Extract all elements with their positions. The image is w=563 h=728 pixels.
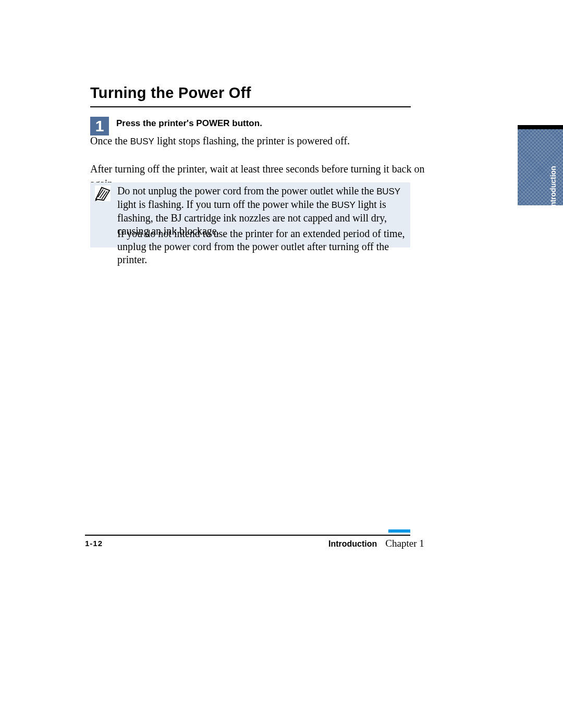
footer-page-number: 1-12: [85, 539, 103, 548]
keyword-busy: BUSY: [376, 187, 400, 196]
side-tab-label: Introduction: [549, 135, 557, 208]
footer-chapter: Chapter 1: [385, 538, 424, 549]
step-title: Press the printer's POWER button.: [116, 118, 262, 129]
note-paragraph-2: If you do not intend to use the printer …: [117, 227, 407, 266]
text: light stops flashing, the printer is pow…: [154, 135, 350, 146]
step-number-badge: 1: [90, 117, 109, 135]
keyword-busy: BUSY: [332, 200, 356, 210]
footer-section-name: Introduction: [328, 539, 377, 548]
text: Once the: [90, 135, 130, 146]
heading-rule: [90, 106, 411, 107]
body-paragraph-1: Once the BUSY light stops flashing, the …: [90, 133, 413, 149]
side-tab-top-bar: [518, 125, 563, 129]
footer-right: IntroductionChapter 1: [328, 538, 424, 549]
text: light is flashing. If you turn off the p…: [117, 199, 332, 210]
text: Do not unplug the power cord from the po…: [117, 185, 376, 196]
footer-rule: [85, 535, 410, 536]
footer-accent: [388, 529, 410, 533]
note-icon: [95, 186, 111, 201]
keyword-busy: BUSY: [130, 137, 154, 146]
section-heading: Turning the Power Off: [90, 84, 251, 102]
document-page: Turning the Power Off 1 Press the printe…: [0, 0, 563, 728]
